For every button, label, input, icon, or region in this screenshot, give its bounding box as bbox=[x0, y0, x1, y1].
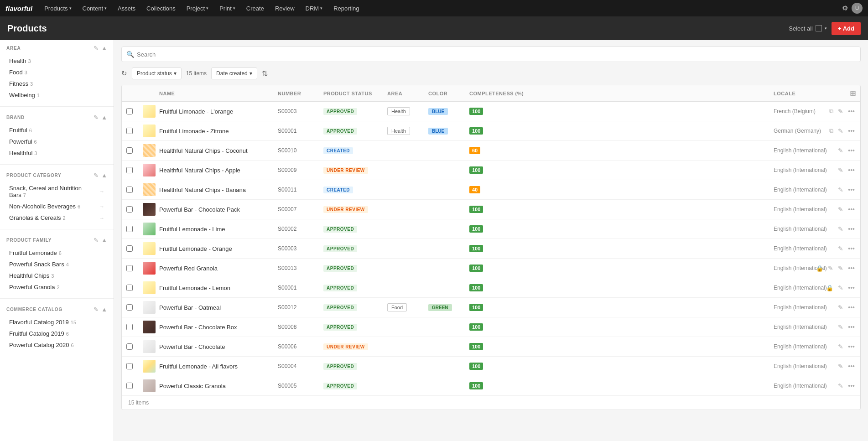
sidebar-item-snack-bars[interactable]: Snack, Cereal and Nutrition Bars7 → bbox=[6, 182, 107, 201]
more-icon[interactable]: ••• bbox=[847, 224, 856, 233]
table-row[interactable]: Powerful Bar - Chocolate Pack S00007 UND… bbox=[122, 200, 860, 219]
nav-create[interactable]: Create bbox=[242, 3, 269, 14]
sidebar-item-powerful[interactable]: Powerful6 bbox=[6, 136, 107, 147]
lock-icon[interactable]: 🔒 bbox=[815, 264, 824, 273]
edit-icon[interactable]: ✎ bbox=[837, 342, 844, 351]
lock-icon[interactable]: 🔒 bbox=[825, 284, 834, 292]
edit-icon[interactable]: ✎ bbox=[837, 185, 844, 194]
row-checkbox[interactable] bbox=[126, 167, 133, 173]
more-icon[interactable]: ••• bbox=[847, 205, 856, 214]
edit-icon[interactable]: ✎ bbox=[837, 381, 844, 390]
row-checkbox[interactable] bbox=[126, 245, 133, 252]
more-icon[interactable]: ••• bbox=[847, 126, 856, 135]
sidebar-item-fitness[interactable]: Fitness3 bbox=[6, 78, 107, 89]
row-checkbox[interactable] bbox=[126, 304, 133, 311]
nav-collections[interactable]: Collections bbox=[142, 3, 180, 14]
sidebar-item-food[interactable]: Food3 bbox=[6, 67, 107, 78]
more-icon[interactable]: ••• bbox=[847, 146, 856, 155]
avatar[interactable]: U bbox=[852, 3, 863, 14]
more-icon[interactable]: ••• bbox=[847, 244, 856, 253]
table-row[interactable]: Powerful Bar - Chocolate Box S00008 APPR… bbox=[122, 317, 860, 337]
table-row[interactable]: Fruitful Lemonade - Lime S00002 APPROVED… bbox=[122, 219, 860, 239]
edit-icon[interactable]: ✎ bbox=[837, 205, 844, 214]
table-row[interactable]: Powerful Bar - Oatmeal S00012 APPROVED F… bbox=[122, 298, 860, 317]
edit-icon[interactable]: ✎ bbox=[837, 244, 844, 253]
sidebar-item-powerful-granola[interactable]: Powerful Granola2 bbox=[6, 281, 107, 293]
nav-reporting[interactable]: Reporting bbox=[329, 3, 364, 14]
sidebar-item-fruitful[interactable]: Fruitful6 bbox=[6, 125, 107, 136]
row-checkbox[interactable] bbox=[126, 108, 133, 114]
sidebar-product-family-collapse-icon[interactable]: ▲ bbox=[101, 237, 107, 244]
nav-assets[interactable]: Assets bbox=[113, 3, 140, 14]
more-icon[interactable]: ••• bbox=[847, 381, 856, 390]
more-icon[interactable]: ••• bbox=[847, 264, 856, 273]
edit-icon[interactable]: ✎ bbox=[837, 362, 844, 371]
sidebar-brand-edit-icon[interactable]: ✎ bbox=[94, 114, 99, 121]
table-row[interactable]: Fruitful Lemonade - Lemon S00001 APPROVE… bbox=[122, 278, 860, 298]
sidebar-item-powerful-snack-bars[interactable]: Powerful Snack Bars4 bbox=[6, 259, 107, 270]
edit-icon[interactable]: ✎ bbox=[837, 107, 844, 116]
row-checkbox[interactable] bbox=[126, 147, 133, 154]
more-icon[interactable]: ••• bbox=[847, 362, 856, 371]
row-checkbox[interactable] bbox=[126, 363, 133, 369]
sidebar-item-fruitful-lemonade[interactable]: Fruitful Lemonade6 bbox=[6, 247, 107, 259]
sidebar-brand-collapse-icon[interactable]: ▲ bbox=[101, 114, 107, 121]
nav-content[interactable]: Content ▾ bbox=[78, 3, 112, 14]
product-status-filter[interactable]: Product status ▾ bbox=[132, 67, 182, 79]
sidebar-item-granolas[interactable]: Granolas & Cereals2 → bbox=[6, 212, 107, 223]
sidebar-commerce-catalog-collapse-icon[interactable]: ▲ bbox=[101, 306, 107, 313]
edit-icon[interactable]: ✎ bbox=[837, 224, 844, 233]
more-icon[interactable]: ••• bbox=[847, 342, 856, 351]
sidebar-item-health[interactable]: Health3 bbox=[6, 55, 107, 67]
row-checkbox[interactable] bbox=[126, 324, 133, 330]
table-row[interactable]: Powerful Classic Granola S00005 APPROVED… bbox=[122, 376, 860, 396]
edit-icon[interactable]: ✎ bbox=[837, 166, 844, 175]
row-checkbox[interactable] bbox=[126, 265, 133, 271]
nav-products[interactable]: Products ▾ bbox=[40, 3, 76, 14]
select-all-caret-icon[interactable]: ▾ bbox=[825, 26, 827, 31]
row-checkbox[interactable] bbox=[126, 187, 133, 193]
table-row[interactable]: Powerful Red Granola S00013 APPROVED 100… bbox=[122, 259, 860, 278]
more-icon[interactable]: ••• bbox=[847, 322, 856, 332]
refresh-button[interactable]: ↻ bbox=[121, 69, 127, 78]
sidebar-item-flavorful-catalog-2019[interactable]: Flavorful Catalog 201915 bbox=[6, 316, 107, 328]
row-checkbox[interactable] bbox=[126, 343, 133, 350]
table-row[interactable]: Fruitful Lemonade - All flavors S00004 A… bbox=[122, 357, 860, 376]
sidebar-commerce-catalog-edit-icon[interactable]: ✎ bbox=[94, 306, 99, 313]
sidebar-area-edit-icon[interactable]: ✎ bbox=[94, 45, 99, 52]
edit-icon[interactable]: ✎ bbox=[837, 322, 844, 332]
grid-view-icon[interactable]: ⊞ bbox=[850, 89, 856, 97]
table-row[interactable]: Fruitful Limonade - Zitrone S00001 APPRO… bbox=[122, 121, 860, 141]
table-row[interactable]: Fruitful Lemonade - Orange S00003 APPROV… bbox=[122, 239, 860, 259]
select-all-checkbox[interactable] bbox=[816, 25, 822, 31]
sidebar-item-fruitful-catalog-2019[interactable]: Fruitful Catalog 20196 bbox=[6, 328, 107, 339]
sidebar-product-family-edit-icon[interactable]: ✎ bbox=[94, 237, 99, 244]
edit-icon[interactable]: ✎ bbox=[837, 146, 844, 155]
more-icon[interactable]: ••• bbox=[847, 185, 856, 194]
sidebar-product-category-collapse-icon[interactable]: ▲ bbox=[101, 172, 107, 179]
edit-icon[interactable]: ✎ bbox=[837, 126, 844, 135]
logo[interactable]: flavorful bbox=[5, 5, 32, 12]
row-checkbox[interactable] bbox=[126, 226, 133, 232]
row-checkbox[interactable] bbox=[126, 128, 133, 134]
table-row[interactable]: Healthful Natural Chips - Apple S00009 U… bbox=[122, 161, 860, 180]
more-icon[interactable]: ••• bbox=[847, 283, 856, 292]
nav-print[interactable]: Print ▾ bbox=[215, 3, 240, 14]
edit-icon[interactable]: ✎ bbox=[837, 283, 844, 292]
more-icon[interactable]: ••• bbox=[847, 303, 856, 312]
select-all-button[interactable]: Select all ▾ bbox=[789, 25, 827, 32]
edit-icon[interactable]: ✎ bbox=[837, 264, 844, 273]
more-icon[interactable]: ••• bbox=[847, 107, 856, 116]
table-row[interactable]: Healthful Natural Chips - Banana S00011 … bbox=[122, 180, 860, 200]
edit-icon[interactable]: ✎ bbox=[837, 303, 844, 312]
search-input[interactable] bbox=[137, 51, 856, 58]
nav-review[interactable]: Review bbox=[270, 3, 299, 14]
row-checkbox[interactable] bbox=[126, 285, 133, 291]
more-icon[interactable]: ••• bbox=[847, 166, 856, 175]
sidebar-item-wellbeing[interactable]: Wellbeing1 bbox=[6, 89, 107, 101]
sidebar-item-powerful-catalog-2020[interactable]: Powerful Catalog 20206 bbox=[6, 339, 107, 351]
date-created-filter[interactable]: Date created ▾ bbox=[211, 67, 257, 79]
pencil-edit-icon[interactable]: ✎ bbox=[827, 264, 834, 273]
sidebar-product-category-edit-icon[interactable]: ✎ bbox=[94, 172, 99, 179]
copy-icon[interactable]: ⧉ bbox=[828, 126, 834, 135]
